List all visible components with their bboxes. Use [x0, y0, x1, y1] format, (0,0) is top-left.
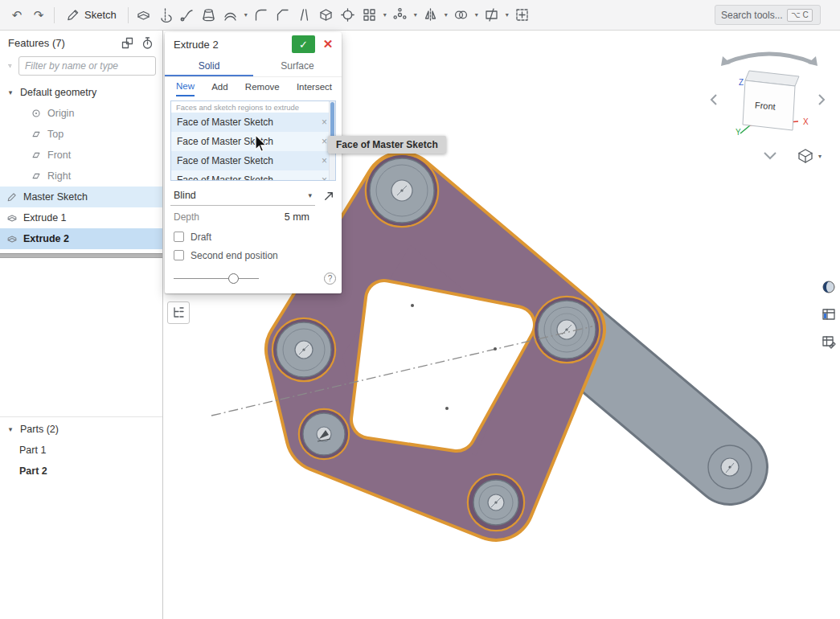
feature-item-extrude-2[interactable]: Extrude 2	[0, 228, 162, 249]
feature-item-front-plane[interactable]: Front	[0, 145, 162, 166]
mirror-tool-button[interactable]	[420, 4, 441, 27]
selection-item[interactable]: Face of Master Sketch ×	[171, 113, 335, 132]
thicken-tool-button[interactable]	[220, 4, 241, 27]
thicken-icon	[223, 7, 238, 23]
remove-selection-icon[interactable]: ×	[322, 156, 327, 166]
feature-item-default-geometry[interactable]: ▾ Default geometry	[0, 82, 162, 103]
revolve-icon	[158, 7, 173, 23]
circular-pattern-dropdown-chevron[interactable]: ▾	[412, 11, 420, 18]
boolean-dropdown-chevron[interactable]: ▾	[473, 11, 481, 18]
transform-tool-button[interactable]	[512, 4, 533, 27]
chamfer-tool-button[interactable]	[272, 4, 293, 27]
flip-direction-icon[interactable]	[322, 189, 336, 203]
linear-pattern-dropdown-chevron[interactable]: ▾	[381, 11, 389, 18]
sketch-button[interactable]: Sketch	[59, 4, 123, 27]
onshape-part-studio: ↶ ↷ Sketch ▾ ▾ ▾ ▾ ▾ ▾ ⌥C	[0, 0, 840, 619]
insert-feature-button[interactable]	[121, 36, 134, 50]
mirror-dropdown-chevron[interactable]: ▾	[442, 11, 450, 18]
draft-tool-button[interactable]	[294, 4, 315, 27]
filter-input[interactable]	[18, 56, 156, 76]
help-button[interactable]: ?	[324, 273, 336, 285]
second-end-option-row[interactable]: Second end position	[165, 246, 342, 264]
history-button[interactable]	[141, 36, 154, 50]
selection-item[interactable]: Face of Master Sketch ×	[171, 170, 335, 181]
end-condition-select[interactable]: Blind ▾	[170, 185, 315, 206]
sweep-tool-button[interactable]	[177, 4, 198, 27]
rotate-arc[interactable]	[726, 54, 813, 63]
filter-funnel-icon[interactable]	[8, 59, 12, 72]
display-mode-button[interactable]: ▾	[797, 146, 833, 166]
undo-button[interactable]: ↶	[6, 4, 27, 27]
fillet-tool-button[interactable]	[251, 4, 272, 27]
preview-opacity-slider-track[interactable]	[174, 278, 259, 279]
custom-table-button[interactable]	[818, 331, 839, 352]
feature-item-master-sketch[interactable]: Master Sketch	[0, 187, 162, 207]
boss-right[interactable]	[534, 297, 600, 363]
draft-option-row[interactable]: Draft	[165, 228, 342, 246]
op-tab-add[interactable]: Add	[211, 78, 227, 96]
feature-item-top-plane[interactable]: Top	[0, 124, 162, 145]
op-tab-new[interactable]: New	[176, 77, 195, 96]
second-end-checkbox[interactable]	[174, 250, 184, 260]
y-axis-label: Y	[736, 128, 741, 137]
parts-section-header[interactable]: ▾ Parts (2)	[0, 419, 162, 440]
sketch-point[interactable]	[411, 304, 414, 307]
chevron-down-icon[interactable]: ▾	[6, 425, 14, 433]
linear-pattern-tool-button[interactable]	[359, 4, 380, 27]
search-tools-box[interactable]: ⌥C	[715, 5, 821, 25]
revolve-tool-button[interactable]	[155, 4, 176, 27]
feature-item-right-plane[interactable]: Right	[0, 166, 162, 187]
part-item-2[interactable]: Part 2	[0, 461, 162, 482]
remove-selection-icon[interactable]: ×	[322, 175, 327, 181]
loft-tool-button[interactable]	[199, 4, 219, 27]
selection-list-header: Faces and sketch regions to extrude	[171, 101, 335, 113]
split-dropdown-chevron[interactable]: ▾	[503, 11, 511, 18]
sketch-point[interactable]	[445, 407, 449, 410]
shell-tool-button[interactable]	[316, 4, 337, 27]
op-tab-intersect[interactable]: Intersect	[297, 78, 332, 96]
dialog-header[interactable]: Extrude 2 ✓ ✕	[165, 32, 342, 56]
appearance-panel-button[interactable]	[818, 277, 839, 297]
cancel-button[interactable]: ✕	[319, 35, 337, 53]
search-tools-input[interactable]	[721, 10, 784, 21]
draft-checkbox[interactable]	[174, 232, 184, 242]
rotate-down-chevron[interactable]	[764, 153, 776, 158]
pencil-icon	[66, 8, 80, 22]
boolean-tool-button[interactable]	[451, 4, 472, 27]
chevron-down-icon[interactable]: ▾	[6, 88, 14, 96]
tab-solid[interactable]: Solid	[165, 56, 253, 76]
depth-input[interactable]: 5 mm	[285, 211, 309, 223]
op-tab-remove[interactable]: Remove	[245, 78, 280, 96]
selection-item[interactable]: Face of Master Sketch ×	[171, 151, 335, 170]
confirm-button[interactable]: ✓	[292, 35, 315, 53]
rotate-left-chevron[interactable]	[711, 95, 716, 105]
thicken-dropdown-chevron[interactable]: ▾	[242, 11, 250, 18]
boss-bottom[interactable]	[468, 474, 524, 531]
linear-pattern-icon	[362, 7, 377, 23]
feature-item-label: Right	[47, 170, 71, 182]
part-item-1[interactable]: Part 1	[0, 440, 162, 461]
selection-item[interactable]: Face of Master Sketch ×	[171, 132, 335, 151]
hole-bottom-left[interactable]	[299, 409, 349, 459]
redo-button[interactable]: ↷	[28, 4, 49, 27]
preview-opacity-slider-handle[interactable]	[228, 273, 239, 284]
c-key-label: C	[803, 10, 809, 20]
extrude-tool-button[interactable]	[133, 4, 154, 27]
tab-surface[interactable]: Surface	[253, 56, 342, 76]
sketch-point[interactable]	[494, 347, 497, 350]
remove-selection-icon[interactable]: ×	[322, 117, 327, 127]
boss-left[interactable]	[272, 318, 335, 381]
selection-list[interactable]: Faces and sketch regions to extrude Face…	[170, 100, 336, 181]
rotate-right-chevron[interactable]	[819, 95, 824, 105]
properties-table-button[interactable]	[818, 304, 839, 325]
feature-item-extrude-1[interactable]: Extrude 1	[0, 207, 162, 228]
remove-selection-icon[interactable]: ×	[322, 137, 327, 146]
circular-pattern-tool-button[interactable]	[390, 4, 411, 27]
hole-tool-button[interactable]	[338, 4, 359, 27]
boss-top[interactable]	[366, 154, 438, 227]
feature-item-origin[interactable]: Origin	[0, 103, 162, 124]
rollback-bar[interactable]	[0, 253, 162, 258]
split-tool-button[interactable]	[481, 4, 502, 27]
feature-list-flyout-button[interactable]	[167, 301, 190, 324]
part-2-purple-plate[interactable]	[304, 191, 567, 502]
